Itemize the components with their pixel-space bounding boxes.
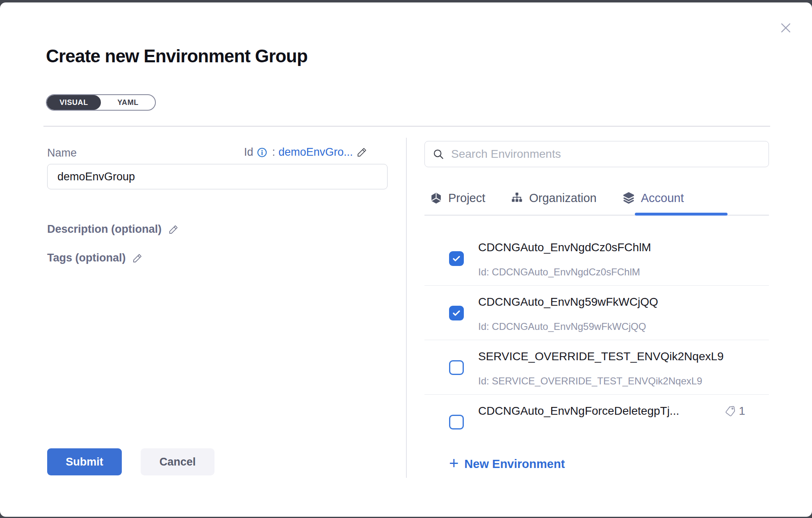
environment-search bbox=[424, 141, 769, 167]
submit-button[interactable]: Submit bbox=[47, 448, 122, 475]
tab-organization[interactable]: Organization bbox=[511, 191, 596, 205]
cube-icon bbox=[430, 192, 442, 204]
environment-row[interactable]: CDCNGAuto_EnvNgForceDeletegpTj... Id: CD… bbox=[424, 395, 769, 432]
tab-project[interactable]: Project bbox=[430, 191, 485, 205]
search-input[interactable] bbox=[451, 148, 761, 161]
toggle-yaml[interactable]: YAML bbox=[101, 95, 155, 110]
id-label: Id bbox=[244, 146, 253, 159]
scope-tabs: Project Organization bbox=[430, 184, 684, 211]
layers-icon bbox=[622, 191, 635, 204]
environment-row[interactable]: SERVICE_OVERRIDE_TEST_ENVQik2NqexL9 Id: … bbox=[424, 340, 769, 395]
new-environment-button[interactable]: + New Environment bbox=[449, 456, 565, 472]
description-label: Description (optional) bbox=[47, 223, 162, 236]
environment-list: CDCNGAuto_EnvNgdCz0sFChlM Id: CDCNGAuto_… bbox=[424, 216, 769, 432]
cancel-button[interactable]: Cancel bbox=[141, 448, 214, 475]
tags-row: Tags (optional) bbox=[47, 252, 143, 264]
info-icon[interactable] bbox=[257, 147, 267, 158]
tab-organization-label: Organization bbox=[529, 191, 596, 205]
active-tab-underline bbox=[635, 213, 728, 216]
description-row: Description (optional) bbox=[47, 223, 179, 236]
dialog-actions: Submit Cancel bbox=[47, 448, 214, 475]
column-divider bbox=[406, 138, 407, 478]
environment-name: CDCNGAuto_EnvNg59wFkWCjQQ bbox=[478, 295, 658, 309]
org-chart-icon bbox=[511, 192, 523, 204]
environment-checkbox[interactable] bbox=[449, 306, 464, 320]
header-divider bbox=[43, 126, 770, 127]
edit-description-icon[interactable] bbox=[168, 224, 179, 235]
entity-id-value[interactable]: demoEnvGro... bbox=[278, 146, 353, 159]
environment-id: Id: CDCNGAuto_EnvNgdCz0sFChlM bbox=[478, 266, 640, 278]
toggle-visual[interactable]: VISUAL bbox=[47, 95, 101, 110]
environment-id: Id: CDCNGAuto_EnvNgForceDeletegpTjXHQYQ bbox=[478, 430, 691, 432]
name-label: Name bbox=[47, 147, 77, 159]
page-title: Create new Environment Group bbox=[46, 46, 308, 66]
tag-icon bbox=[725, 405, 736, 417]
visual-yaml-toggle: VISUAL YAML bbox=[46, 94, 156, 111]
environment-row[interactable]: CDCNGAuto_EnvNg59wFkWCjQQ Id: CDCNGAuto_… bbox=[424, 286, 769, 340]
environment-name: SERVICE_OVERRIDE_TEST_ENVQik2NqexL9 bbox=[478, 350, 724, 363]
edit-id-icon[interactable] bbox=[356, 147, 367, 158]
environment-checkbox[interactable] bbox=[449, 415, 464, 429]
plus-icon: + bbox=[449, 455, 458, 471]
tab-project-label: Project bbox=[448, 191, 485, 205]
environment-row[interactable]: CDCNGAuto_EnvNgdCz0sFChlM Id: CDCNGAuto_… bbox=[424, 231, 769, 286]
environment-name: CDCNGAuto_EnvNgdCz0sFChlM bbox=[478, 241, 651, 254]
id-colon: : bbox=[272, 146, 276, 159]
edit-tags-icon[interactable] bbox=[132, 253, 143, 264]
close-icon[interactable] bbox=[777, 19, 795, 37]
search-icon bbox=[432, 148, 445, 160]
environment-id: Id: SERVICE_OVERRIDE_TEST_ENVQik2NqexL9 bbox=[478, 375, 702, 387]
environment-checkbox[interactable] bbox=[449, 360, 464, 375]
environment-name: CDCNGAuto_EnvNgForceDeletegpTj... bbox=[478, 404, 679, 418]
environment-id: Id: CDCNGAuto_EnvNg59wFkWCjQQ bbox=[478, 321, 646, 332]
new-environment-label: New Environment bbox=[464, 457, 565, 471]
tags-label: Tags (optional) bbox=[47, 252, 125, 264]
create-env-group-dialog: Create new Environment Group VISUAL YAML… bbox=[0, 2, 812, 517]
tab-account-label: Account bbox=[641, 191, 684, 205]
environment-checkbox[interactable] bbox=[449, 251, 464, 266]
tab-account[interactable]: Account bbox=[622, 191, 684, 205]
tag-count-badge: 1 bbox=[725, 404, 745, 418]
entity-id-row: Id : demoEnvGro... bbox=[244, 146, 392, 159]
name-input[interactable] bbox=[47, 164, 388, 189]
